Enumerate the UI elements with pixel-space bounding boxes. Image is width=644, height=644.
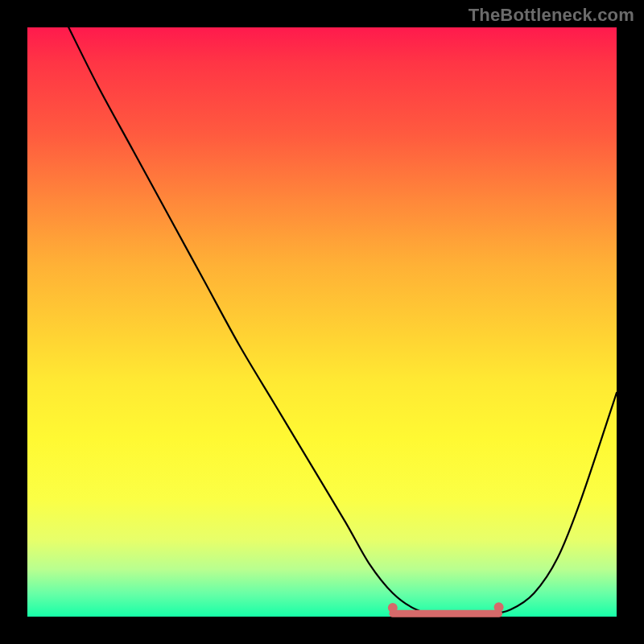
optimal-range-dot-right [494, 602, 504, 612]
chart-frame: TheBottleneck.com [0, 0, 644, 644]
optimal-range-dot-left [388, 603, 398, 613]
chart-svg [27, 27, 617, 617]
chart-plot-area [27, 27, 617, 617]
watermark-text: TheBottleneck.com [469, 5, 634, 26]
bottleneck-curve [68, 27, 617, 616]
